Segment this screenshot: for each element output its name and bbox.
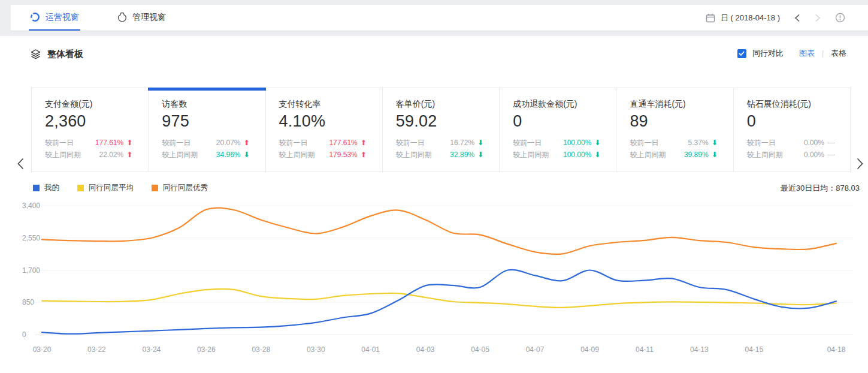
metric-compare-rows: 较前一日16.72%⬇较上周同期32.89%⬇	[396, 137, 483, 161]
tab-label: 管理视窗	[132, 12, 166, 23]
metric-card[interactable]: 直通车消耗(元)89较前一日5.37%⬇较上周同期39.89%⬇	[616, 88, 733, 172]
peer-compare-checkbox[interactable]	[737, 49, 746, 58]
metric-card-strip: 支付金额(元)2,360较前一日177.61%⬆较上周同期22.02%⬆访客数9…	[31, 88, 851, 172]
compare-row: 较上周同期22.02%⬆	[45, 149, 132, 161]
y-axis-tick-label: 1,700	[22, 266, 40, 275]
compare-row: 较上周同期34.96%⬇	[162, 149, 249, 161]
compare-percent: 177.61%	[329, 137, 357, 149]
compare-label: 较上周同期	[630, 149, 666, 161]
compare-row: 较前一日20.07%⬆	[162, 137, 249, 149]
selected-card-indicator	[148, 88, 265, 91]
legend-label: 我的	[44, 183, 59, 193]
y-axis-tick-label: 3,400	[22, 201, 40, 210]
trend-line-chart[interactable]: 08501,7002,5503,40003-2003-2203-2403-260…	[0, 36, 868, 373]
down-arrow-icon: ⬇	[244, 151, 250, 158]
x-axis-tick-label: 03-30	[307, 345, 325, 354]
metric-card[interactable]: 支付金额(元)2,360较前一日177.61%⬆较上周同期22.02%⬆	[32, 88, 149, 172]
legend-swatch-icon	[152, 185, 158, 191]
metric-title: 访客数	[162, 98, 249, 110]
y-axis-tick-label: 850	[22, 298, 34, 306]
metric-value: 89	[630, 112, 717, 131]
metric-title: 直通车消耗(元)	[630, 98, 717, 110]
metric-title: 钻石展位消耗(元)	[747, 98, 834, 110]
compare-value-group: 32.89%⬇	[450, 149, 483, 161]
legend-item-peer-average[interactable]: 同行同层平均	[77, 183, 134, 193]
compare-label: 较上周同期	[396, 149, 432, 161]
x-axis-tick-label: 04-18	[827, 345, 846, 354]
compare-percent: 100.00%	[563, 149, 591, 161]
compare-row: 较前一日5.37%⬇	[630, 137, 717, 149]
metric-title: 成功退款金额(元)	[513, 98, 600, 110]
compare-percent: 5.37%	[688, 137, 709, 149]
metric-card[interactable]: 钻石展位消耗(元)0较前一日0.00%—较上周同期0.00%—	[734, 88, 850, 172]
up-arrow-icon: ⬆	[361, 139, 367, 146]
compare-row: 较上周同期39.89%⬇	[630, 149, 717, 161]
view-separator: |	[822, 49, 824, 58]
compare-value-group: 5.37%⬇	[688, 137, 718, 149]
compare-percent: 32.89%	[450, 149, 474, 161]
compare-value-group: 179.53%⬆	[329, 149, 366, 161]
x-axis-tick-label: 04-01	[361, 345, 380, 354]
compare-label: 较前一日	[396, 137, 425, 149]
metric-title: 支付金额(元)	[45, 98, 132, 110]
tab-management-view[interactable]: 管理视窗	[116, 5, 167, 31]
flat-dash-icon: —	[827, 139, 834, 146]
compare-label: 较上周同期	[747, 149, 783, 161]
x-axis-tick-label: 04-11	[636, 345, 654, 354]
y-axis-tick-label: 2,550	[22, 234, 40, 242]
peer-compare-label: 同行对比	[752, 48, 784, 59]
down-arrow-icon: ⬇	[712, 151, 718, 158]
legend-label: 同行同层优秀	[163, 183, 208, 193]
compare-label: 较前一日	[162, 137, 190, 149]
metric-compare-rows: 较前一日0.00%—较上周同期0.00%—	[747, 137, 834, 161]
legend-label: 同行同层平均	[89, 183, 134, 193]
info-icon[interactable]	[835, 13, 845, 23]
chart-legend: 我的同行同层平均同行同层优秀	[33, 183, 208, 193]
calendar-icon	[706, 13, 715, 23]
x-axis-tick-label: 04-03	[416, 345, 435, 354]
legend-item-mine[interactable]: 我的	[33, 183, 59, 193]
money-bag-icon	[117, 12, 127, 22]
layers-icon	[30, 49, 41, 60]
compare-percent: 39.89%	[684, 149, 709, 161]
metric-value: 59.02	[396, 112, 483, 131]
x-axis-tick-label: 03-20	[33, 345, 52, 354]
cards-scroll-right-chevron-icon[interactable]	[855, 155, 864, 173]
x-axis-tick-label: 04-09	[580, 345, 599, 354]
compare-label: 较前一日	[513, 137, 542, 149]
view-tabs: 运营视窗 管理视窗	[11, 5, 167, 31]
compare-label: 较前一日	[279, 137, 308, 149]
compare-value-group: 0.00%—	[804, 137, 834, 149]
board-header: 整体看板	[30, 44, 83, 64]
compare-percent: 179.53%	[329, 149, 357, 161]
metric-card[interactable]: 访客数975较前一日20.07%⬆较上周同期34.96%⬇	[149, 88, 265, 172]
metric-card[interactable]: 成功退款金额(元)0较前一日100.00%⬇较上周同期100.00%⬇	[500, 88, 616, 172]
compare-percent: 177.61%	[95, 137, 123, 149]
operations-ring-icon	[30, 12, 40, 22]
date-picker[interactable]: 日 ( 2018-04-18 )	[706, 13, 780, 23]
x-axis-tick-label: 04-05	[471, 345, 489, 354]
view-chart-link[interactable]: 图表	[799, 48, 815, 59]
view-table-link[interactable]: 表格	[831, 48, 846, 59]
series-line-peer-best	[42, 208, 836, 254]
metric-card[interactable]: 支付转化率4.10%较前一日177.61%⬆较上周同期179.53%⬆	[266, 88, 383, 172]
board-controls: 同行对比 图表 | 表格	[737, 46, 846, 61]
up-arrow-icon: ⬆	[244, 139, 250, 146]
compare-value-group: 39.89%⬇	[684, 149, 718, 161]
compare-row: 较上周同期0.00%—	[747, 149, 834, 161]
x-axis-tick-label: 04-15	[745, 345, 763, 354]
legend-item-peer-best[interactable]: 同行同层优秀	[152, 183, 208, 193]
cards-scroll-left-chevron-icon[interactable]	[16, 155, 25, 173]
up-arrow-icon: ⬆	[126, 139, 132, 146]
metric-value: 0	[513, 112, 600, 131]
metric-card[interactable]: 客单价(元)59.02较前一日16.72%⬇较上周同期32.89%⬇	[383, 88, 500, 172]
compare-label: 较前一日	[630, 137, 658, 149]
date-next-button[interactable]	[815, 14, 821, 22]
compare-label: 较上周同期	[279, 149, 315, 161]
x-axis-tick-label: 04-13	[690, 345, 709, 354]
date-prev-button[interactable]	[794, 14, 800, 22]
date-mode-label: 日 ( 2018-04-18 )	[721, 13, 780, 23]
top-navigation: 运营视窗 管理视窗	[11, 5, 868, 31]
tab-operations-view[interactable]: 运营视窗	[29, 5, 80, 31]
series-line-peer-average	[42, 289, 836, 308]
